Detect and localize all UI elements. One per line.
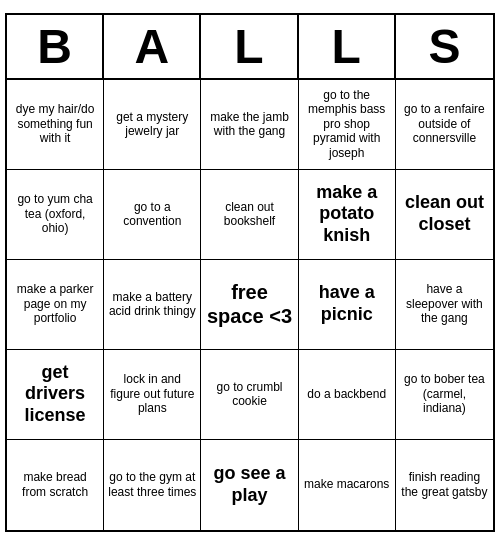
bingo-cell: go to the gym at least three times [104,440,201,530]
bingo-cell: get a mystery jewelry jar [104,80,201,170]
header-letter: A [104,15,201,78]
bingo-header: BALLS [7,15,493,80]
bingo-card: BALLS dye my hair/do something fun with … [5,13,495,532]
bingo-cell: free space <3 [201,260,298,350]
bingo-cell: make a parker page on my portfolio [7,260,104,350]
bingo-grid: dye my hair/do something fun with itget … [7,80,493,530]
bingo-cell: go to yum cha tea (oxford, ohio) [7,170,104,260]
bingo-cell: go to a convention [104,170,201,260]
header-letter: L [299,15,396,78]
header-letter: S [396,15,493,78]
bingo-cell: clean out closet [396,170,493,260]
bingo-cell: make a potato knish [299,170,396,260]
bingo-cell: get drivers license [7,350,104,440]
bingo-cell: make bread from scratch [7,440,104,530]
bingo-cell: finish reading the great gatsby [396,440,493,530]
bingo-cell: clean out bookshelf [201,170,298,260]
bingo-cell: go to the memphis bass pro shop pyramid … [299,80,396,170]
bingo-cell: dye my hair/do something fun with it [7,80,104,170]
bingo-cell: have a picnic [299,260,396,350]
bingo-cell: go to bober tea (carmel, indiana) [396,350,493,440]
bingo-cell: lock in and figure out future plans [104,350,201,440]
bingo-cell: go see a play [201,440,298,530]
bingo-cell: do a backbend [299,350,396,440]
bingo-cell: go to a renfaire outside of connersville [396,80,493,170]
header-letter: B [7,15,104,78]
bingo-cell: make a battery acid drink thingy [104,260,201,350]
header-letter: L [201,15,298,78]
bingo-cell: go to crumbl cookie [201,350,298,440]
bingo-cell: make the jamb with the gang [201,80,298,170]
bingo-cell: make macarons [299,440,396,530]
bingo-cell: have a sleepover with the gang [396,260,493,350]
